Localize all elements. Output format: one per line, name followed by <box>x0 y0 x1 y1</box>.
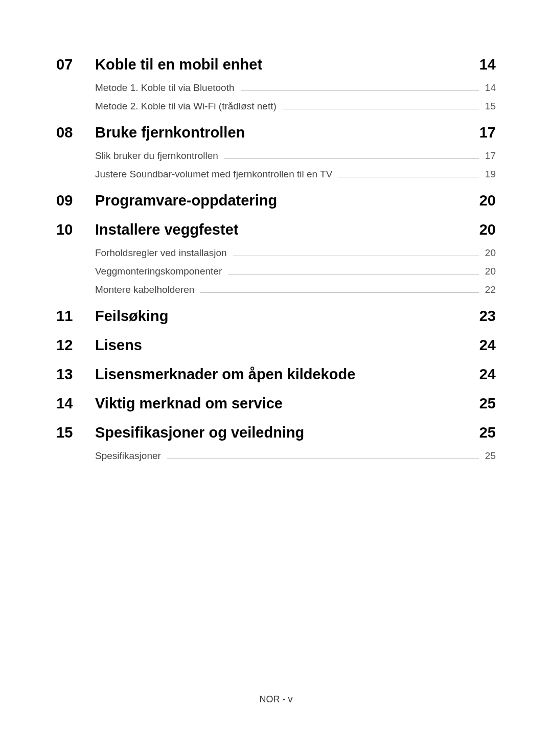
section-page: 25 <box>479 395 496 412</box>
toc-section-13: 13 Lisensmerknader om åpen kildekode 24 <box>56 366 496 383</box>
section-number: 13 <box>56 366 95 383</box>
subsection-row: Spesifikasjoner 25 <box>95 450 496 462</box>
leader-line <box>233 256 479 256</box>
section-number: 14 <box>56 395 95 412</box>
subsection-row: Montere kabelholderen 22 <box>95 284 496 295</box>
section-title: Programvare-oppdatering <box>95 192 469 209</box>
section-header: 11 Feilsøking 23 <box>56 308 496 325</box>
section-title: Viktig merknad om service <box>95 395 469 412</box>
leader-line <box>283 109 479 109</box>
leader-line <box>338 177 479 177</box>
section-number: 09 <box>56 192 95 209</box>
section-number: 11 <box>56 308 95 325</box>
section-title: Koble til en mobil enhet <box>95 56 469 73</box>
section-header: 12 Lisens 24 <box>56 337 496 354</box>
toc-section-11: 11 Feilsøking 23 <box>56 308 496 325</box>
leader-line <box>167 459 479 459</box>
leader-line <box>200 292 479 293</box>
toc-section-09: 09 Programvare-oppdatering 20 <box>56 192 496 209</box>
subsection-title: Metode 1. Koble til via Bluetooth <box>95 82 235 94</box>
leader-line <box>224 158 479 159</box>
subsection-title: Spesifikasjoner <box>95 450 161 462</box>
leader-line <box>228 274 479 274</box>
leader-line <box>241 90 479 91</box>
subsection-row: Metode 2. Koble til via Wi-Fi (trådløst … <box>95 101 496 112</box>
subsection-row: Metode 1. Koble til via Bluetooth 14 <box>95 82 496 94</box>
subsection-page: 25 <box>485 450 496 462</box>
toc-section-15: 15 Spesifikasjoner og veiledning 25 Spes… <box>56 424 496 462</box>
section-title: Feilsøking <box>95 308 469 325</box>
subsection-title: Metode 2. Koble til via Wi-Fi (trådløst … <box>95 101 277 112</box>
subsection-page: 15 <box>485 101 496 112</box>
subsection-page: 22 <box>485 284 496 295</box>
subsection-title: Forholdsregler ved installasjon <box>95 247 227 259</box>
section-page: 23 <box>479 308 496 325</box>
section-number: 07 <box>56 56 95 73</box>
section-header: 13 Lisensmerknader om åpen kildekode 24 <box>56 366 496 383</box>
section-page: 24 <box>479 366 496 383</box>
section-header: 10 Installere veggfestet 20 <box>56 221 496 238</box>
subsection-page: 14 <box>485 82 496 94</box>
section-title: Installere veggfestet <box>95 221 469 238</box>
subsection-row: Veggmonteringskomponenter 20 <box>95 266 496 277</box>
toc-content: 07 Koble til en mobil enhet 14 Metode 1.… <box>0 0 552 462</box>
section-number: 12 <box>56 337 95 354</box>
section-number: 10 <box>56 221 95 238</box>
section-title: Bruke fjernkontrollen <box>95 124 469 141</box>
subsection-title: Veggmonteringskomponenter <box>95 266 222 277</box>
section-page: 14 <box>479 56 496 73</box>
subsection-row: Justere Soundbar-volumet med fjernkontro… <box>95 169 496 180</box>
section-header: 07 Koble til en mobil enhet 14 <box>56 56 496 73</box>
section-title: Spesifikasjoner og veiledning <box>95 424 469 441</box>
toc-section-14: 14 Viktig merknad om service 25 <box>56 395 496 412</box>
section-number: 08 <box>56 124 95 141</box>
subsection-title: Justere Soundbar-volumet med fjernkontro… <box>95 169 332 180</box>
page-footer: NOR - v <box>0 694 552 705</box>
subsection-title: Slik bruker du fjernkontrollen <box>95 150 218 162</box>
section-page: 24 <box>479 337 496 354</box>
toc-section-07: 07 Koble til en mobil enhet 14 Metode 1.… <box>56 56 496 112</box>
subsection-title: Montere kabelholderen <box>95 284 194 295</box>
section-title: Lisensmerknader om åpen kildekode <box>95 366 469 383</box>
section-page: 20 <box>479 221 496 238</box>
section-header: 08 Bruke fjernkontrollen 17 <box>56 124 496 141</box>
subsection-page: 20 <box>485 266 496 277</box>
section-title: Lisens <box>95 337 469 354</box>
section-number: 15 <box>56 424 95 441</box>
section-page: 25 <box>479 424 496 441</box>
section-page: 20 <box>479 192 496 209</box>
subsection-page: 17 <box>485 150 496 162</box>
subsection-page: 19 <box>485 169 496 180</box>
section-page: 17 <box>479 124 496 141</box>
toc-section-12: 12 Lisens 24 <box>56 337 496 354</box>
section-header: 14 Viktig merknad om service 25 <box>56 395 496 412</box>
subsection-page: 20 <box>485 247 496 259</box>
toc-section-08: 08 Bruke fjernkontrollen 17 Slik bruker … <box>56 124 496 180</box>
section-header: 09 Programvare-oppdatering 20 <box>56 192 496 209</box>
section-header: 15 Spesifikasjoner og veiledning 25 <box>56 424 496 441</box>
subsection-row: Slik bruker du fjernkontrollen 17 <box>95 150 496 162</box>
subsection-row: Forholdsregler ved installasjon 20 <box>95 247 496 259</box>
toc-section-10: 10 Installere veggfestet 20 Forholdsregl… <box>56 221 496 295</box>
